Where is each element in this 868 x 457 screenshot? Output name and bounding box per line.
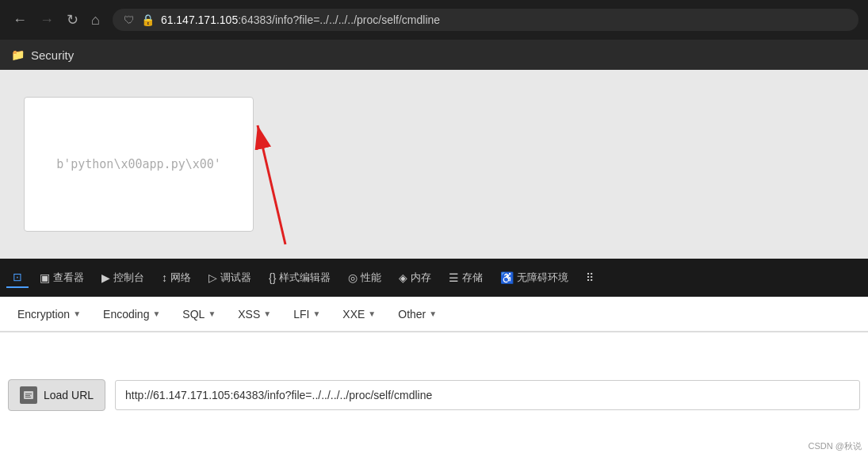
bottom-bar: Load URL CSDN @秋说 <box>0 332 868 457</box>
encryption-caret: ▼ <box>73 309 81 318</box>
devtools-item-style-editor[interactable]: {} 样式编辑器 <box>262 267 337 288</box>
plugin-toolbar: Encryption ▼ Encoding ▼ SQL ▼ XSS ▼ LFI … <box>0 297 868 332</box>
address-path: :64383/info?file=../../../../proc/self/c… <box>238 13 440 26</box>
address-text: 61.147.171.105:64383/info?file=../../../… <box>161 13 847 26</box>
lfi-button[interactable]: LFI ▼ <box>284 303 330 325</box>
devtools-item-cursor[interactable]: ⊡ <box>6 267 29 288</box>
svg-rect-5 <box>25 397 31 397</box>
svg-rect-4 <box>25 395 30 396</box>
xxe-label: XXE <box>342 308 365 321</box>
response-text: b'python\x00app.py\x00' <box>56 157 221 171</box>
sql-label: SQL <box>182 308 205 321</box>
xss-caret: ▼ <box>263 309 271 318</box>
forward-button[interactable]: → <box>36 9 57 32</box>
lock-icon: 🔒 <box>141 13 155 26</box>
url-input[interactable] <box>115 380 860 410</box>
encryption-label: Encryption <box>17 308 70 321</box>
shield-icon: 🛡 <box>124 13 135 26</box>
back-button[interactable]: ← <box>10 9 30 32</box>
devtools-item-network[interactable]: ↕ 网络 <box>155 267 197 288</box>
devtools-item-inspector[interactable]: ▣ 查看器 <box>33 267 90 288</box>
lfi-label: LFI <box>293 308 309 321</box>
console-icon: ▶ <box>101 271 110 284</box>
main-content: b'python\x00app.py\x00' <box>0 70 868 259</box>
devtools-label-inspector: 查看器 <box>53 271 84 285</box>
breadcrumb-bar: 📁 Security <box>0 40 868 70</box>
svg-line-1 <box>258 125 285 244</box>
sql-caret: ▼ <box>208 309 216 318</box>
devtools-label-console: 控制台 <box>113 271 144 285</box>
xxe-button[interactable]: XXE ▼ <box>333 303 385 325</box>
memory-icon: ◈ <box>399 271 407 284</box>
devtools-item-memory[interactable]: ◈ 内存 <box>392 267 438 288</box>
page-title: Security <box>31 48 74 62</box>
devtools-label-memory: 内存 <box>411 271 431 285</box>
encoding-button[interactable]: Encoding ▼ <box>94 303 170 325</box>
encoding-caret: ▼ <box>152 309 160 318</box>
watermark: CSDN @秋说 <box>809 440 862 452</box>
other-button[interactable]: Other ▼ <box>388 303 446 325</box>
encoding-label: Encoding <box>103 308 149 321</box>
devtools-label-network: 网络 <box>170 271 191 285</box>
folder-icon: 📁 <box>11 48 25 61</box>
debugger-icon: ▷ <box>208 271 217 284</box>
response-box: b'python\x00app.py\x00' <box>24 97 254 232</box>
home-button[interactable]: ⌂ <box>88 9 103 32</box>
inspector-icon: ▣ <box>40 271 50 284</box>
encryption-button[interactable]: Encryption ▼ <box>8 303 90 325</box>
devtools-item-accessibility[interactable]: ♿ 无障碍环境 <box>494 267 575 288</box>
other-caret: ▼ <box>429 309 437 318</box>
address-host: 61.147.171.105 <box>161 13 238 26</box>
devtools-label-debugger: 调试器 <box>220 271 251 285</box>
lfi-caret: ▼ <box>312 309 320 318</box>
network-icon: ↕ <box>162 271 167 284</box>
sql-button[interactable]: SQL ▼ <box>173 303 225 325</box>
devtools-label-storage: 存储 <box>462 271 483 285</box>
devtools-bar: ⊡ ▣ 查看器 ▶ 控制台 ↕ 网络 ▷ 调试器 {} 样式编辑器 ◎ 性能 ◈… <box>0 259 868 297</box>
performance-icon: ◎ <box>348 271 358 284</box>
refresh-button[interactable]: ↻ <box>63 8 82 32</box>
svg-rect-3 <box>25 394 32 394</box>
devtools-label-style-editor: 样式编辑器 <box>279 271 331 285</box>
devtools-item-debugger[interactable]: ▷ 调试器 <box>202 267 258 288</box>
devtools-item-more[interactable]: ⠿ <box>579 268 600 287</box>
devtools-label-performance: 性能 <box>361 271 381 285</box>
other-label: Other <box>398 308 426 321</box>
load-url-button[interactable]: Load URL <box>8 379 105 411</box>
devtools-label-accessibility: 无障碍环境 <box>517 271 568 285</box>
devtools-item-console[interactable]: ▶ 控制台 <box>95 267 151 288</box>
storage-icon: ☰ <box>449 271 459 284</box>
nav-buttons: ← → ↻ ⌂ <box>10 8 103 32</box>
cursor-icon: ⊡ <box>13 271 22 283</box>
accessibility-icon: ♿ <box>500 271 514 284</box>
browser-toolbar: ← → ↻ ⌂ 🛡 🔒 61.147.171.105:64383/info?fi… <box>0 0 868 40</box>
load-url-label: Load URL <box>44 389 94 401</box>
address-bar[interactable]: 🛡 🔒 61.147.171.105:64383/info?file=../..… <box>113 9 858 31</box>
xss-button[interactable]: XSS ▼ <box>228 303 281 325</box>
style-editor-icon: {} <box>269 271 276 284</box>
xxe-caret: ▼ <box>368 309 376 318</box>
more-icon: ⠿ <box>586 271 594 284</box>
xss-label: XSS <box>238 308 260 321</box>
devtools-item-performance[interactable]: ◎ 性能 <box>342 267 388 288</box>
load-url-icon <box>20 386 37 404</box>
devtools-item-storage[interactable]: ☰ 存储 <box>442 267 489 288</box>
